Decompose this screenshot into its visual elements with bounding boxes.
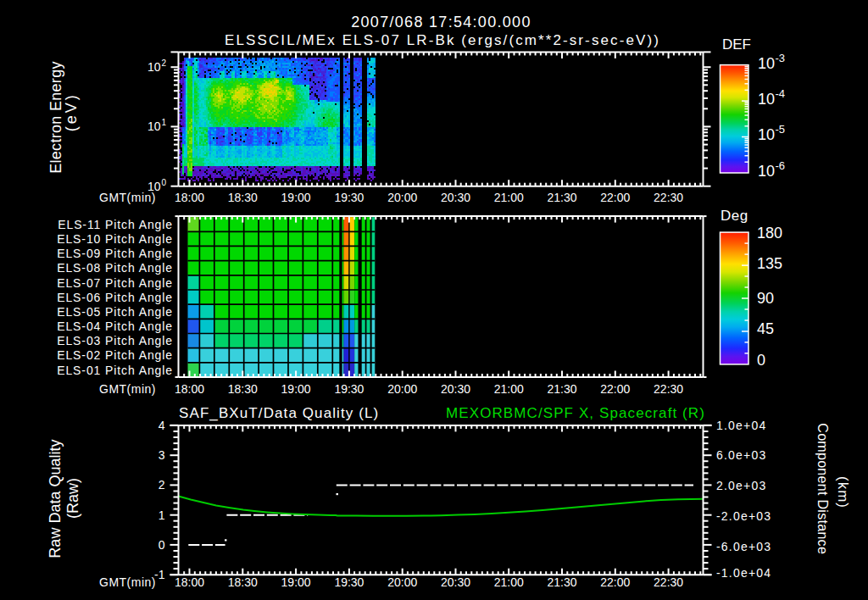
svg-text:18:30: 18:30 bbox=[228, 575, 258, 589]
svg-text:22:00: 22:00 bbox=[600, 382, 630, 396]
svg-text:20:30: 20:30 bbox=[441, 382, 470, 396]
svg-text:22:00: 22:00 bbox=[600, 191, 630, 204]
svg-text:22:00: 22:00 bbox=[600, 575, 630, 589]
svg-text:ELS-07 Pitch Angle: ELS-07 Pitch Angle bbox=[57, 276, 173, 290]
svg-text:2.0e+03: 2.0e+03 bbox=[716, 479, 766, 492]
svg-text:ELS-03 Pitch Angle: ELS-03 Pitch Angle bbox=[57, 334, 173, 347]
svg-text:21:30: 21:30 bbox=[547, 191, 576, 204]
svg-text:ELSSCIL/MEx ELS-07 LR-Bk (erg: ELSSCIL/MEx ELS-07 LR-Bk (ergs/(cm**2-sr… bbox=[225, 32, 660, 48]
svg-text:ELS-01 Pitch Angle: ELS-01 Pitch Angle bbox=[57, 364, 173, 377]
svg-text:21:30: 21:30 bbox=[547, 575, 576, 589]
svg-text:1: 1 bbox=[162, 118, 167, 127]
svg-text:19:30: 19:30 bbox=[334, 575, 364, 589]
svg-text:18:00: 18:00 bbox=[175, 575, 204, 589]
svg-text:2: 2 bbox=[162, 58, 167, 68]
svg-text:ELS-09 Pitch Angle: ELS-09 Pitch Angle bbox=[57, 247, 173, 260]
svg-text:6.0e+03: 6.0e+03 bbox=[716, 448, 766, 462]
svg-text:Electron Energy: Electron Energy bbox=[47, 61, 64, 174]
svg-text:ELS-08 Pitch Angle: ELS-08 Pitch Angle bbox=[57, 261, 173, 275]
svg-text:ELS-10 Pitch Angle: ELS-10 Pitch Angle bbox=[57, 232, 173, 246]
svg-text:GMT(min): GMT(min) bbox=[99, 575, 156, 589]
svg-text:21:00: 21:00 bbox=[494, 382, 524, 396]
svg-text:0: 0 bbox=[162, 178, 167, 187]
svg-text:135: 135 bbox=[757, 255, 782, 272]
svg-text:19:00: 19:00 bbox=[281, 575, 311, 589]
svg-text:-5: -5 bbox=[776, 123, 786, 136]
svg-text:-1.0e+04: -1.0e+04 bbox=[716, 566, 771, 580]
svg-text:18:00: 18:00 bbox=[175, 191, 204, 204]
svg-text:ELS-05 Pitch Angle: ELS-05 Pitch Angle bbox=[57, 305, 173, 319]
svg-text:0: 0 bbox=[159, 538, 165, 552]
svg-text:0: 0 bbox=[757, 352, 765, 369]
svg-text:DEF: DEF bbox=[722, 36, 751, 53]
svg-text:20:00: 20:00 bbox=[387, 191, 417, 204]
svg-text:ELS-04 Pitch Angle: ELS-04 Pitch Angle bbox=[57, 319, 173, 333]
svg-text:22:30: 22:30 bbox=[654, 575, 683, 589]
svg-text:180: 180 bbox=[757, 225, 782, 242]
svg-text:10: 10 bbox=[758, 126, 775, 143]
svg-text:-6: -6 bbox=[776, 159, 786, 172]
svg-text:22:30: 22:30 bbox=[654, 382, 683, 396]
svg-text:-1: -1 bbox=[154, 568, 165, 581]
svg-text:10: 10 bbox=[758, 55, 775, 72]
svg-text:20:00: 20:00 bbox=[387, 575, 417, 589]
svg-text:Deg: Deg bbox=[721, 208, 748, 224]
svg-text:(Raw): (Raw) bbox=[64, 478, 81, 519]
svg-text:ELS-02 Pitch Angle: ELS-02 Pitch Angle bbox=[57, 348, 173, 362]
svg-text:-4: -4 bbox=[776, 87, 786, 100]
svg-text:4: 4 bbox=[159, 419, 165, 432]
svg-text:3: 3 bbox=[159, 448, 165, 462]
svg-text:(eV): (eV) bbox=[63, 92, 80, 131]
svg-text:19:30: 19:30 bbox=[334, 382, 364, 396]
svg-text:18:30: 18:30 bbox=[228, 382, 258, 396]
svg-text:-6.0e+03: -6.0e+03 bbox=[716, 540, 771, 553]
svg-text:10: 10 bbox=[147, 119, 161, 133]
svg-text:21:00: 21:00 bbox=[494, 191, 524, 204]
svg-text:-2.0e+03: -2.0e+03 bbox=[716, 509, 771, 523]
svg-text:20:30: 20:30 bbox=[441, 191, 470, 204]
svg-text:Raw Data Quality: Raw Data Quality bbox=[47, 440, 64, 558]
svg-text:10: 10 bbox=[147, 60, 161, 74]
svg-text:10: 10 bbox=[758, 91, 775, 108]
svg-text:21:30: 21:30 bbox=[547, 382, 576, 396]
svg-text:SAF_BXuT/Data Quality (L): SAF_BXuT/Data Quality (L) bbox=[179, 405, 379, 421]
svg-text:2007/068 17:54:00.000: 2007/068 17:54:00.000 bbox=[351, 14, 531, 31]
svg-text:10: 10 bbox=[758, 163, 775, 180]
svg-text:21:00: 21:00 bbox=[494, 575, 524, 589]
svg-text:2: 2 bbox=[159, 478, 165, 492]
svg-text:19:00: 19:00 bbox=[281, 382, 311, 396]
svg-text:-3: -3 bbox=[776, 52, 786, 64]
svg-text:1.0e+04: 1.0e+04 bbox=[716, 419, 766, 432]
svg-text:19:30: 19:30 bbox=[334, 191, 364, 204]
svg-text:18:00: 18:00 bbox=[175, 382, 204, 396]
svg-text:GMT(min): GMT(min) bbox=[99, 382, 156, 396]
svg-text:(km): (km) bbox=[835, 476, 851, 508]
svg-text:20:30: 20:30 bbox=[441, 575, 470, 589]
svg-text:20:00: 20:00 bbox=[387, 382, 417, 396]
svg-text:ELS-11 Pitch Angle: ELS-11 Pitch Angle bbox=[58, 218, 173, 231]
svg-text:1: 1 bbox=[159, 508, 165, 522]
svg-text:19:00: 19:00 bbox=[281, 191, 311, 204]
svg-text:GMT(min): GMT(min) bbox=[99, 191, 156, 204]
svg-text:22:30: 22:30 bbox=[654, 191, 683, 204]
svg-text:90: 90 bbox=[757, 290, 774, 307]
svg-text:ELS-06 Pitch Angle: ELS-06 Pitch Angle bbox=[57, 291, 173, 304]
svg-text:Component Distance: Component Distance bbox=[815, 423, 830, 554]
svg-text:45: 45 bbox=[757, 320, 774, 337]
svg-text:18:30: 18:30 bbox=[228, 191, 258, 204]
svg-text:MEXORBMC/SPF X, Spacecraft (R): MEXORBMC/SPF X, Spacecraft (R) bbox=[446, 405, 705, 421]
